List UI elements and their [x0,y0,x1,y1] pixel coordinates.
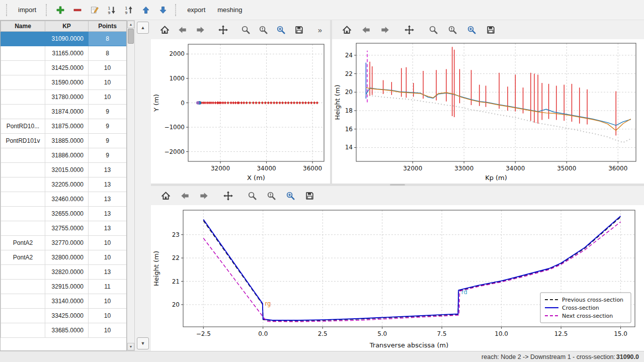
table-row[interactable]: PontRD101v31885.00009 [1,134,127,148]
save-button[interactable] [484,23,497,36]
configure-subplots-button[interactable] [265,189,278,202]
table-row[interactable]: 32460.000013 [1,192,127,207]
cell-name[interactable] [1,323,45,338]
zoom-button[interactable] [246,189,259,202]
cell-name[interactable] [1,46,45,61]
cell-points[interactable]: 9 [89,119,127,134]
zoom-button[interactable] [240,23,252,36]
cell-kp[interactable]: 32755.0000 [45,221,89,236]
cell-kp[interactable]: 32820.0000 [45,265,89,280]
back-button[interactable] [178,189,191,202]
cell-kp[interactable]: 31886.0000 [45,148,89,163]
cell-kp[interactable]: 33425.0000 [45,309,89,323]
home-button[interactable] [159,23,171,36]
cell-kp[interactable]: 33140.0000 [45,294,89,309]
column-header-points[interactable]: Points [89,21,127,32]
table-row[interactable]: 33685.000010 [1,323,127,338]
cell-name[interactable] [1,75,45,90]
cell-name[interactable] [1,221,45,236]
table-row[interactable]: 32655.000013 [1,207,127,221]
cell-name[interactable]: PontA2 [1,250,45,265]
cell-points[interactable]: 9 [89,148,127,163]
table-row[interactable]: 31425.000010 [1,61,127,75]
cell-kp[interactable]: 31165.0000 [45,46,89,61]
table-row[interactable]: PontA232800.000010 [1,250,127,265]
pan-button[interactable] [221,189,234,202]
cell-name[interactable] [1,309,45,323]
edit-axes-button[interactable] [465,23,478,36]
menu-export[interactable]: export [183,4,210,16]
table-row[interactable]: 32820.000013 [1,265,127,280]
configure-subplots-button[interactable] [446,23,459,36]
table-row[interactable]: 31886.00009 [1,148,127,163]
back-button[interactable] [177,23,188,36]
table-row[interactable]: PontRD10...31875.00009 [1,119,127,134]
scrollbar-track[interactable] [127,44,134,343]
zoom-button[interactable] [427,23,440,36]
cell-kp[interactable]: 32460.0000 [45,192,89,207]
table-row[interactable]: 31165.00008 [1,46,127,61]
cell-name[interactable] [1,61,45,75]
cell-name[interactable] [1,177,45,192]
table-row[interactable]: 32205.000013 [1,177,127,192]
column-header-name[interactable]: Name [1,21,45,32]
table-row[interactable]: 33425.000010 [1,309,127,323]
table-row[interactable]: 31590.000010 [1,75,127,90]
cell-name[interactable] [1,280,45,294]
cell-kp[interactable]: 32655.0000 [45,207,89,221]
move-row-down-button[interactable]: ▼ [137,337,149,349]
toolbar-grip[interactable] [46,4,48,16]
table-row[interactable]: 32755.000013 [1,221,127,236]
edit-axes-button[interactable] [275,23,287,36]
cell-name[interactable] [1,294,45,309]
home-button[interactable] [340,23,353,36]
cell-points[interactable]: 13 [89,177,127,192]
table-row[interactable]: 32015.000013 [1,163,127,177]
cross-section-plot[interactable]: −2.50.02.55.07.510.012.515.020212223Tran… [151,205,644,351]
move-row-up-button[interactable]: ▲ [137,22,149,34]
cell-points[interactable]: 13 [89,221,127,236]
scrollbar-down-arrow-icon[interactable]: ▼ [127,343,134,350]
forward-button[interactable] [378,23,391,36]
cell-kp[interactable]: 33685.0000 [45,323,89,338]
configure-subplots-button[interactable] [258,23,269,36]
cell-name[interactable] [1,265,45,280]
cell-points[interactable]: 13 [89,207,127,221]
cell-kp[interactable]: 31090.0000 [45,32,89,46]
cell-kp[interactable]: 31874.0000 [45,105,89,119]
cell-points[interactable]: 10 [89,236,127,250]
cell-kp[interactable]: 31780.0000 [45,90,89,105]
save-button[interactable] [303,189,316,202]
cell-points[interactable]: 10 [89,90,127,105]
cell-kp[interactable]: 32015.0000 [45,163,89,177]
table-row[interactable]: 31780.000010 [1,90,127,105]
cell-kp[interactable]: 32770.0000 [45,236,89,250]
cell-name[interactable] [1,163,45,177]
scrollbar-up-arrow-icon[interactable]: ▲ [127,21,134,28]
cell-points[interactable]: 13 [89,192,127,207]
plan-view-plot[interactable]: 320003400036000−2000−1000010002000X (m)Y… [151,39,330,184]
table-row[interactable]: 33140.000010 [1,294,127,309]
table-row[interactable]: 32915.000011 [1,280,127,294]
column-header-kp[interactable]: KP [45,21,89,32]
edit-axes-button[interactable] [284,189,297,202]
cell-points[interactable]: 10 [89,309,127,323]
longitudinal-profile-plot[interactable]: 3200033000340003500036000141618202224Kp … [332,39,644,184]
add-button[interactable] [53,3,67,17]
scrollbar-thumb[interactable] [128,29,134,44]
table-row[interactable]: 31874.00009 [1,105,127,119]
edit-button[interactable] [88,3,102,17]
menu-meshing[interactable]: meshing [213,4,247,16]
save-button[interactable] [293,23,304,36]
cell-name[interactable] [1,207,45,221]
cell-points[interactable]: 13 [89,265,127,280]
cell-name[interactable] [1,148,45,163]
pan-button[interactable] [403,23,416,36]
cell-points[interactable]: 10 [89,61,127,75]
menu-import[interactable]: import [14,4,41,16]
cell-points[interactable]: 8 [89,46,127,61]
toolbar-grip[interactable] [6,4,9,16]
pan-button[interactable] [217,23,229,36]
table-row[interactable]: 31090.00008 [1,32,127,46]
toolbar-overflow-button[interactable]: » [318,26,322,34]
